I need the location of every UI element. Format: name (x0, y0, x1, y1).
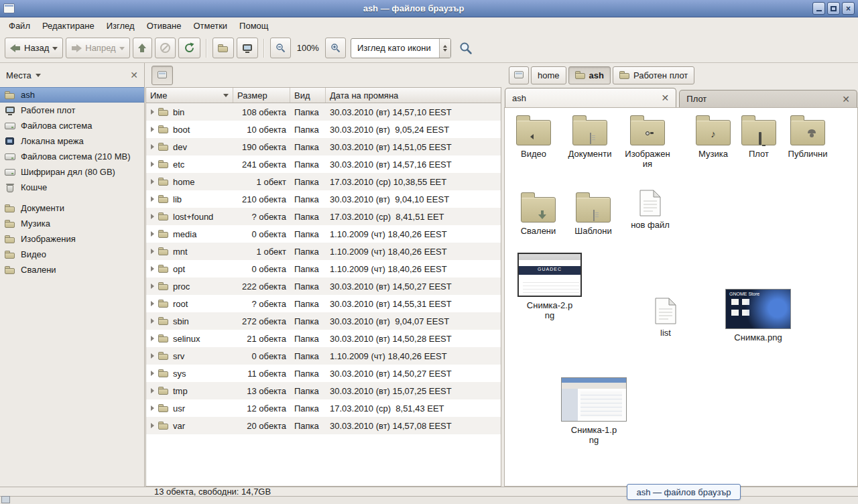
table-row[interactable]: bin108 обектаПапка30.03.2010 (вт) 14,57,… (146, 103, 501, 121)
expander-icon[interactable] (151, 336, 154, 341)
table-row[interactable]: opt0 обектаПапка1.10.2009 (чт) 18,40,26 … (146, 260, 501, 277)
menu-help[interactable]: Помощ (233, 19, 274, 33)
titlebar[interactable]: ash — файлов браузър × (0, 0, 858, 17)
icon-item-new-file[interactable]: нов файл (622, 190, 678, 230)
expander-icon[interactable] (151, 405, 154, 411)
expander-icon[interactable] (151, 318, 154, 324)
icon-item-downloads[interactable]: Свалени (510, 192, 566, 236)
sidebar-item-filesystem-210mb[interactable]: Файлова система (210 MB) (0, 149, 144, 164)
expander-icon[interactable] (151, 144, 154, 149)
sidebar-item-trash[interactable]: Кошче (0, 180, 144, 195)
icon-view[interactable]: Видео Документи Изображения Музика Плот … (504, 107, 858, 487)
close-button[interactable]: × (842, 2, 855, 15)
column-header-name[interactable]: Име (146, 88, 233, 103)
icon-item-snimka1[interactable]: Снимка-1.png (560, 377, 627, 445)
computer-button[interactable] (237, 38, 258, 58)
menu-go[interactable]: Отиване (141, 19, 188, 33)
breadcrumb-home[interactable]: home (531, 66, 566, 84)
menu-bookmarks[interactable]: Отметки (187, 19, 233, 33)
column-header-size[interactable]: Размер (233, 88, 290, 103)
icon-item-list[interactable]: list (637, 298, 694, 338)
back-button[interactable]: Назад (5, 38, 63, 58)
table-row[interactable]: lib210 обектаПапка30.03.2010 (вт) 9,04,1… (146, 190, 501, 208)
show-desktop-icon[interactable] (1, 496, 10, 503)
expander-icon[interactable] (151, 179, 154, 184)
expander-icon[interactable] (151, 196, 154, 202)
tab-ash[interactable]: ash ✕ (505, 88, 676, 107)
table-row[interactable]: media0 обектаПапка1.10.2009 (чт) 18,40,2… (146, 225, 501, 243)
table-row[interactable]: dev190 обектаПапка30.03.2010 (вт) 14,51,… (146, 138, 501, 155)
taskbar-window-button[interactable]: ash — файлов браузър (627, 484, 741, 500)
menu-view[interactable]: Изглед (101, 19, 141, 33)
expander-icon[interactable] (151, 109, 154, 115)
sidebar-item-desktop[interactable]: Работен плот (0, 103, 144, 118)
maximize-button[interactable] (827, 2, 840, 15)
sidebar-item-downloads[interactable]: Свалени (0, 262, 144, 277)
sidebar-item-local-network[interactable]: Локална мрежа (0, 133, 144, 149)
expander-icon[interactable] (151, 301, 154, 306)
expander-icon[interactable] (151, 284, 154, 289)
breadcrumb-root-button[interactable] (509, 66, 529, 84)
table-row[interactable]: boot10 обектаПапка30.03.2010 (вт) 9,05,2… (146, 121, 501, 138)
chevron-down-icon[interactable] (52, 47, 58, 53)
table-row[interactable]: sbin272 обектаПапка30.03.2010 (вт) 9,04,… (146, 312, 501, 330)
icon-item-templates[interactable]: Шаблони (565, 192, 621, 236)
table-row[interactable]: usr12 обектаПапка17.03.2010 (ср) 8,51,43… (146, 399, 501, 417)
sidebar-item-filesystem[interactable]: Файлова система (0, 118, 144, 133)
sidebar-item-videos[interactable]: Видео (0, 247, 144, 262)
sidebar-selector-chevron-icon[interactable] (36, 74, 41, 80)
home-button[interactable] (212, 38, 234, 58)
reload-button[interactable] (178, 38, 200, 58)
stop-button[interactable] (155, 38, 176, 58)
icon-item-public[interactable]: Публични (780, 115, 836, 159)
up-button[interactable] (133, 38, 152, 58)
icon-item-desktop[interactable]: Плот (731, 115, 787, 159)
sidebar-item-music[interactable]: Музика (0, 216, 144, 231)
table-row[interactable]: lost+found? обектаПапка17.03.2010 (ср) 8… (146, 208, 501, 225)
sidebar-item-encrypted-80gb[interactable]: Шифриран дял (80 GB) (0, 164, 144, 180)
table-row[interactable]: tmp13 обектаПапка30.03.2010 (вт) 15,07,2… (146, 382, 501, 399)
sidebar-item-documents[interactable]: Документи (0, 200, 144, 216)
sidebar-item-ash[interactable]: ash (0, 87, 144, 103)
tab-close-icon[interactable]: ✕ (662, 93, 670, 103)
table-row[interactable]: proc222 обектаПапка30.03.2010 (вт) 14,50… (146, 277, 501, 295)
tab-close-icon[interactable]: ✕ (842, 94, 850, 104)
table-row[interactable]: root? обектаПапка30.03.2010 (вт) 14,55,3… (146, 295, 501, 312)
table-row[interactable]: srv0 обектаПапка1.10.2009 (чт) 18,40,26 … (146, 347, 501, 365)
breadcrumb-ash[interactable]: ash (568, 66, 611, 84)
expander-icon[interactable] (151, 388, 154, 393)
icon-item-pictures[interactable]: Изображения (619, 115, 676, 169)
menu-file[interactable]: Файл (3, 19, 36, 33)
table-row[interactable]: selinux21 обектаПапка30.03.2010 (вт) 14,… (146, 330, 501, 347)
table-row[interactable]: mnt1 обектПапка1.10.2009 (чт) 18,40,26 E… (146, 243, 501, 260)
expander-icon[interactable] (151, 249, 154, 254)
search-button[interactable] (454, 38, 478, 58)
sidebar-close-icon[interactable]: ✕ (130, 70, 138, 80)
table-row[interactable]: home1 обектПапка17.03.2010 (ср) 10,38,55… (146, 173, 501, 190)
icon-item-video[interactable]: Видео (505, 115, 562, 159)
view-mode-select[interactable]: Изглед като икони (351, 38, 451, 58)
tab-plot[interactable]: Плот ✕ (679, 90, 857, 107)
column-header-date[interactable]: Дата на промяна (326, 88, 501, 103)
minimize-button[interactable] (812, 2, 825, 15)
icon-item-snimka2[interactable]: GUADEC Снимка-2.png (517, 253, 582, 320)
root-location-button[interactable] (151, 66, 173, 85)
table-row[interactable]: etc241 обектаПапка30.03.2010 (вт) 14,57,… (146, 155, 501, 173)
breadcrumb-desktop[interactable]: Работен плот (613, 66, 694, 84)
column-header-type[interactable]: Вид (290, 88, 326, 103)
table-row[interactable]: sys11 обектаПапка30.03.2010 (вт) 14,50,2… (146, 365, 501, 382)
icon-item-documents[interactable]: Документи (562, 115, 618, 159)
expander-icon[interactable] (151, 371, 154, 376)
expander-icon[interactable] (151, 162, 154, 167)
sidebar-item-pictures[interactable]: Изображения (0, 231, 144, 247)
table-row[interactable]: var20 обектаПапка30.03.2010 (вт) 14,57,0… (146, 417, 501, 434)
expander-icon[interactable] (151, 423, 154, 428)
zoom-in-button[interactable] (325, 38, 346, 58)
expander-icon[interactable] (151, 214, 154, 219)
combo-spinner[interactable] (439, 39, 450, 58)
expander-icon[interactable] (151, 127, 154, 132)
expander-icon[interactable] (151, 266, 154, 271)
expander-icon[interactable] (151, 353, 154, 359)
icon-item-snimka[interactable]: GNOME Store Снимка.png (725, 289, 792, 342)
forward-button[interactable]: Напред (66, 38, 129, 58)
